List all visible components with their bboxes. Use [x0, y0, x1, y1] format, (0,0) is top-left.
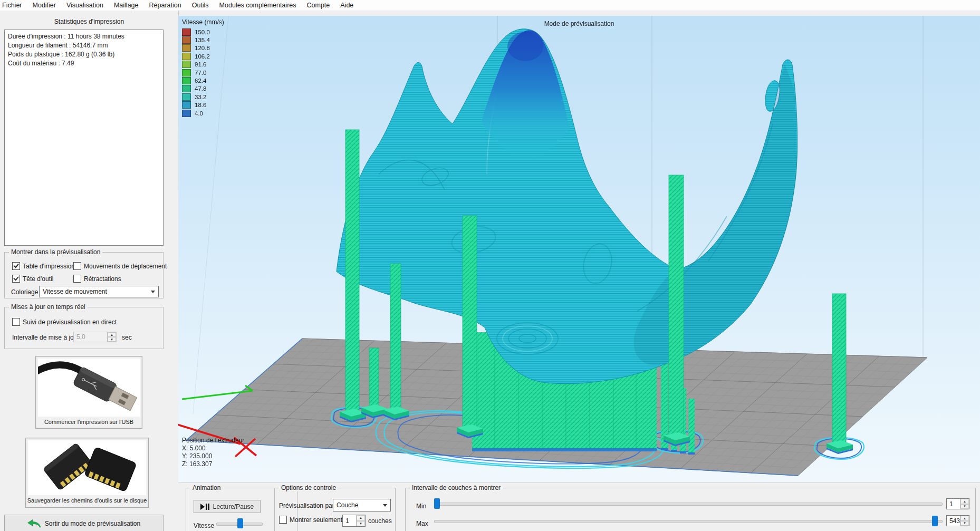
show-only-spinbox[interactable]: 1 ▲▼ — [342, 515, 366, 527]
menu-aide[interactable]: Aide — [335, 2, 359, 9]
menu-visualisation[interactable]: Visualisation — [61, 2, 109, 9]
play-pause-icon — [200, 504, 209, 510]
exit-preview-label: Sortir du mode de prévisualisation — [45, 520, 140, 527]
max-layer-spinbox[interactable]: 543 ▲▼ — [946, 515, 969, 526]
coloring-dropdown[interactable]: Vitesse de mouvement — [39, 286, 159, 297]
legend-title: Vitesse (mm/s) — [182, 18, 224, 26]
show-only-label: Montrer seulement — [290, 516, 342, 524]
extruder-x: X: 5.000 — [182, 445, 244, 452]
start-usb-print-button[interactable]: Commencer l'impression sur l'USB — [35, 356, 142, 429]
play-pause-label: Lecture/Pause — [213, 503, 254, 510]
update-interval-value: 5,0 — [74, 332, 107, 342]
legend-swatch — [182, 110, 191, 117]
spinner-arrows-icon[interactable]: ▲▼ — [356, 515, 365, 526]
layer-range-title: Intervalle de couches à montrer — [410, 484, 503, 491]
menu-maillage[interactable]: Maillage — [109, 2, 144, 9]
legend-value: 18.6 — [195, 102, 206, 108]
slider-track[interactable] — [434, 520, 943, 523]
green-back-arrow-icon — [27, 519, 41, 528]
min-layer-slider[interactable] — [434, 498, 943, 509]
legend-value: 91.6 — [195, 61, 206, 67]
print-preview-scene — [178, 16, 980, 482]
legend-value: 47.8 — [195, 85, 206, 92]
slider-handle[interactable] — [237, 518, 243, 528]
realtime-updates-group: Mises à jour en temps réel Suivi de prév… — [4, 307, 164, 349]
menu-modules[interactable]: Modules complémentaires — [214, 2, 302, 9]
legend-swatch — [182, 61, 191, 68]
animation-speed-slider[interactable] — [216, 518, 263, 529]
menu-reparation[interactable]: Réparation — [144, 2, 187, 9]
legend-value: 135.4 — [195, 37, 210, 43]
spinner-arrows-icon[interactable]: ▲▼ — [960, 516, 969, 526]
menu-modifier[interactable]: Modifier — [27, 2, 61, 9]
legend-swatch — [182, 85, 191, 92]
checkbox-toolhead[interactable] — [12, 275, 20, 283]
animation-title: Animation — [190, 484, 223, 491]
checkbox-print-table[interactable] — [12, 262, 20, 270]
legend-swatch — [182, 28, 191, 36]
viewport-3d[interactable]: Mode de prévisualisation Vitesse (mm/s) … — [178, 16, 980, 482]
stat-duration: Durée d'impression : 11 hours 38 minutes — [8, 32, 160, 41]
start-usb-print-label: Commencer l'impression sur l'USB — [36, 419, 142, 425]
legend-swatch — [182, 53, 191, 60]
legend-swatch — [182, 44, 191, 52]
checkbox-live-preview[interactable] — [12, 318, 20, 326]
legend-value: 150.0 — [195, 29, 210, 35]
menu-outils[interactable]: Outils — [187, 2, 214, 9]
stats-title: Statistiques d'impression — [0, 18, 178, 25]
min-layer-value: 1 — [947, 499, 960, 509]
legend-value: 77.0 — [195, 70, 206, 76]
coloring-label: Coloriage — [11, 288, 38, 296]
save-toolpaths-disk-button[interactable]: Sauvegarder les chemins d'outils sur le … — [25, 438, 149, 508]
model-mesh — [337, 29, 798, 384]
checkbox-print-table-label: Table d'impression — [23, 263, 75, 270]
spinner-arrows-icon[interactable]: ▲▼ — [107, 332, 116, 342]
show-in-preview-group: Montrer dans la prévisualisation Table d… — [4, 252, 164, 298]
extruder-y: Y: 235.000 — [182, 452, 244, 460]
stat-material-cost: Coût du matériau : 7.49 — [8, 59, 160, 68]
preview-by-dropdown[interactable]: Couche — [333, 499, 391, 511]
min-layer-spinbox[interactable]: 1 ▲▼ — [946, 498, 969, 509]
bottom-panel: Animation Lecture/Pause Vitesse Options … — [178, 482, 980, 531]
slider-handle[interactable] — [434, 498, 440, 509]
checkbox-toolhead-label: Tête d'outil — [23, 275, 53, 283]
max-layer-slider[interactable] — [434, 516, 943, 526]
checkbox-retractions-label: Rétractations — [84, 275, 121, 283]
slider-track[interactable] — [434, 503, 943, 506]
checkbox-retractions[interactable] — [73, 275, 81, 283]
menu-fichier[interactable]: Fichier — [0, 2, 27, 9]
legend-swatch — [182, 36, 191, 44]
spinner-arrows-icon[interactable]: ▲▼ — [960, 499, 969, 509]
legend-value: 4.0 — [195, 110, 203, 117]
min-label: Min — [416, 503, 426, 510]
speed-label: Vitesse — [194, 522, 214, 529]
update-interval-spinbox[interactable]: 5,0 ▲▼ — [73, 332, 117, 342]
control-options-group: Options de controle Prévisualisation par… — [274, 488, 396, 531]
checkbox-show-only[interactable] — [279, 516, 287, 524]
layer-range-group: Intervalle de couches à montrer Min 1 ▲▼… — [405, 488, 976, 531]
sd-cards-image — [28, 440, 146, 495]
usb-cable-image — [38, 359, 140, 417]
legend-swatch — [182, 93, 191, 101]
menu-bar: Fichier Modifier Visualisation Maillage … — [0, 0, 980, 11]
slider-handle[interactable] — [932, 516, 938, 526]
legend-swatch — [182, 69, 191, 76]
max-layer-value: 543 — [947, 516, 960, 526]
stat-plastic-weight: Poids du plastique : 162.80 g (0.36 lb) — [8, 50, 160, 59]
exit-preview-button[interactable]: Sortir du mode de prévisualisation — [4, 515, 164, 531]
legend-value: 106.2 — [195, 53, 210, 60]
show-only-value: 1 — [343, 515, 356, 526]
speed-legend: Vitesse (mm/s) 150.0 135.4 120.8 106.2 9… — [182, 18, 224, 117]
control-options-title: Options de controle — [279, 484, 338, 491]
stat-filament-length: Longueur de filament : 54146.7 mm — [8, 41, 160, 50]
play-pause-button[interactable]: Lecture/Pause — [194, 500, 261, 513]
checkbox-travel-moves[interactable] — [73, 262, 81, 270]
update-interval-unit: sec — [122, 334, 132, 341]
legend-swatch — [182, 77, 191, 84]
menu-compte[interactable]: Compte — [302, 2, 335, 9]
legend-value: 120.8 — [195, 45, 210, 51]
save-toolpaths-disk-label: Sauvegarder les chemins d'outils sur le … — [26, 497, 148, 504]
realtime-updates-title: Mises à jour en temps réel — [9, 303, 88, 311]
legend-value: 33.2 — [195, 94, 206, 100]
max-label: Max — [416, 520, 428, 527]
